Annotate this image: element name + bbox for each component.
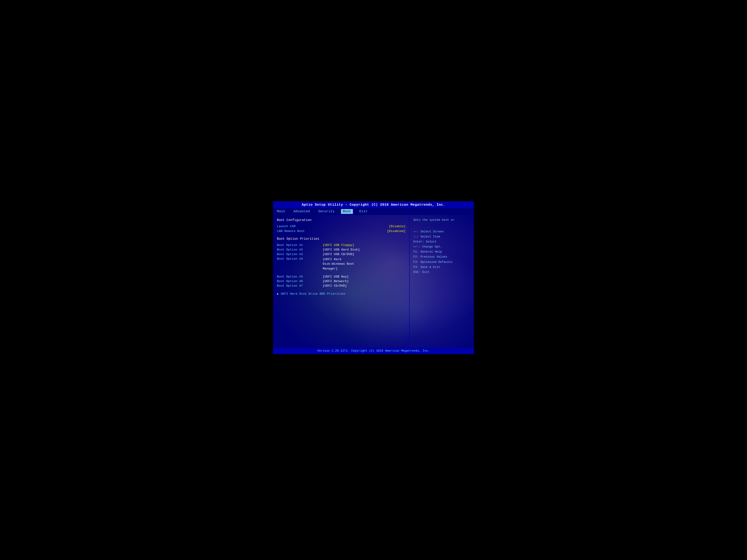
boot-option-1-label: Boot Option #1 <box>277 243 323 247</box>
hint-select-screen: →←: Select Screen <box>413 229 470 234</box>
bios-screen: Aptio Setup Utility – Copyright (C) 2018… <box>273 201 474 354</box>
hint-change: +/-: Change Opt. <box>413 244 470 249</box>
boot-option-3-value: [UEFI USB CD/DVD] <box>323 252 354 256</box>
hint-key-f4: F4: <box>413 265 420 269</box>
menu-item-exit[interactable]: Exit <box>358 209 369 214</box>
hint-action-f2: Previous Values <box>420 255 447 259</box>
boot-option-1-value: [UEFI USB Floppy] <box>323 243 354 247</box>
bbs-label: UEFI Hard Disk Drive BBS Priorities <box>281 292 345 296</box>
hint-key-f3: F3: <box>413 260 420 264</box>
lan-remote-boot-value[interactable]: [Disabled] <box>387 230 406 233</box>
boot-option-5-row[interactable]: Boot Option #5 [UEFI USB Key] <box>277 275 406 278</box>
boot-option-3-row[interactable]: Boot Option #3 [UEFI USB CD/DVD] <box>277 252 406 256</box>
section-title: Boot Configuration <box>277 218 406 222</box>
hint-key-f2: F2: <box>413 255 420 259</box>
hint-key-screen: →←: <box>413 230 420 233</box>
hint-esc: ESC: Exit <box>413 270 470 275</box>
boot-option-2-value: [UEFI USB Hard Disk] <box>323 248 360 251</box>
boot-option-4-row[interactable]: Boot Option #4 [UEFI HardDisk:Windows Bo… <box>277 257 406 271</box>
hint-key-item: ↑↓: <box>413 235 420 238</box>
boot-option-6-row[interactable]: Boot Option #6 [UEFI Network] <box>277 279 406 283</box>
hint-action-esc: Exit <box>422 270 429 274</box>
boot-option-6-value: [UEFI Network] <box>323 279 349 283</box>
menu-item-boot[interactable]: Boot <box>341 209 353 214</box>
hint-key-enter: Enter: <box>413 240 426 243</box>
menu-item-security[interactable]: Security <box>316 209 336 214</box>
boot-option-2-label: Boot Option #2 <box>277 248 323 251</box>
boot-option-2-row[interactable]: Boot Option #2 [UEFI USB Hard Disk] <box>277 248 406 251</box>
content-area: Boot Configuration Launch CSM [Disable] … <box>273 215 474 348</box>
monitor: Aptio Setup Utility – Copyright (C) 2018… <box>271 196 476 364</box>
launch-csm-value[interactable]: [Disable] <box>389 224 406 228</box>
divider-2 <box>277 272 406 275</box>
left-panel: Boot Configuration Launch CSM [Disable] … <box>273 215 410 348</box>
divider-1 <box>277 234 406 237</box>
hint-action-change: Change Opt. <box>422 245 442 248</box>
right-panel: Sets the system boot or →←: Select Scree… <box>410 215 474 348</box>
hint-select-item: ↑↓: Select Item <box>413 234 470 239</box>
launch-csm-label: Launch CSM <box>277 224 389 228</box>
lan-remote-boot-row: LAN Remote Boot [Disabled] <box>277 230 406 233</box>
hint-f1: F1: General Help <box>413 249 470 255</box>
menu-item-advanced[interactable]: Advanced <box>291 209 312 214</box>
boot-option-7-value: [UEFI CD/DVD] <box>323 284 347 288</box>
hint-action-f3: Optimized Defaults <box>420 260 453 264</box>
hint-action-enter: Select <box>426 240 437 243</box>
hint-key-change: +/-: <box>413 245 422 248</box>
boot-option-6-label: Boot Option #6 <box>277 279 323 283</box>
boot-option-4-value: [UEFI HardDisk:Windows BootManager] <box>323 257 354 271</box>
hint-section: →←: Select Screen ↑↓: Select Item Enter:… <box>413 229 470 275</box>
boot-option-priorities-title: Boot Option Priorities <box>277 237 406 241</box>
hint-f2: F2: Previous Values <box>413 255 470 260</box>
hint-action-screen: Select Screen <box>420 230 443 233</box>
boot-option-4-label: Boot Option #4 <box>277 257 323 271</box>
hint-key-f1: F1: <box>413 250 420 254</box>
boot-option-3-label: Boot Option #3 <box>277 252 323 256</box>
title-bar: Aptio Setup Utility – Copyright (C) 2018… <box>273 202 474 208</box>
hint-action-f1: General Help <box>420 250 442 254</box>
boot-option-5-label: Boot Option #5 <box>277 275 323 278</box>
footer-text: Version 2.20.1271. Copyright (C) 2018 Am… <box>317 349 430 352</box>
bbs-row[interactable]: ► UEFI Hard Disk Drive BBS Priorities <box>277 292 406 296</box>
title-text: Aptio Setup Utility – Copyright (C) 2018… <box>302 203 445 207</box>
hint-f4: F4: Save & Exit <box>413 265 470 270</box>
hint-enter: Enter: Select <box>413 239 470 244</box>
right-description: Sets the system boot or <box>413 218 470 225</box>
boot-option-7-label: Boot Option #7 <box>277 284 323 288</box>
menu-item-main[interactable]: Main <box>275 209 287 214</box>
lan-remote-boot-label: LAN Remote Boot <box>277 230 387 233</box>
boot-option-5-value: [UEFI USB Key] <box>323 275 349 278</box>
menu-bar: Main Advanced Security Boot Exit <box>273 208 474 215</box>
footer-bar: Version 2.20.1271. Copyright (C) 2018 Am… <box>273 348 474 354</box>
hint-key-esc: ESC: <box>413 270 422 274</box>
boot-option-7-row[interactable]: Boot Option #7 [UEFI CD/DVD] <box>277 284 406 288</box>
boot-option-1-row[interactable]: Boot Option #1 [UEFI USB Floppy] <box>277 243 406 247</box>
hint-action-item: Select Item <box>420 235 440 238</box>
launch-csm-row: Launch CSM [Disable] <box>277 224 406 228</box>
bbs-arrow-icon: ► <box>277 292 279 296</box>
hint-f3: F3: Optimized Defaults <box>413 260 470 265</box>
hint-action-f4: Save & Exit <box>420 265 440 269</box>
